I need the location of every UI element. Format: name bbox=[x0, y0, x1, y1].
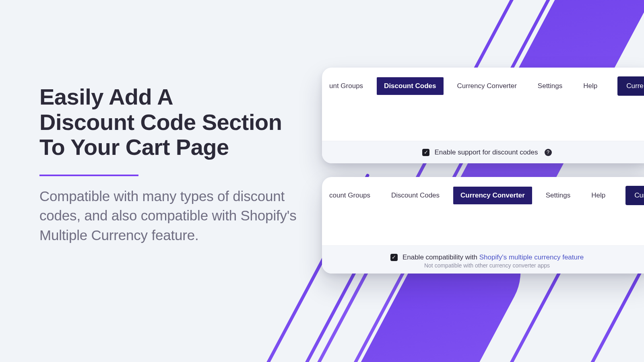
screenshot-card-currency-converter: count Groups Discount Codes Currency Con… bbox=[322, 177, 644, 274]
checkbox-enable-codes[interactable]: ✓ bbox=[422, 149, 429, 156]
headline: Easily Add A Discount Code Section To Yo… bbox=[39, 84, 297, 160]
help-icon[interactable]: ? bbox=[545, 149, 552, 156]
tab-currency-converter[interactable]: Currency Converter bbox=[450, 77, 524, 95]
tab-discount-codes[interactable]: Discount Codes bbox=[384, 187, 447, 204]
tab-discount-groups[interactable]: unt Groups bbox=[329, 77, 370, 95]
shopify-currency-link[interactable]: Shopify's multiple currency feature bbox=[479, 253, 584, 261]
option-note: Not compatible with other currency conve… bbox=[424, 262, 550, 269]
headline-line: Discount Code Section bbox=[39, 109, 282, 135]
option-row-enable-multicurrency: ✓ Enable compatibility with Shopify's mu… bbox=[322, 245, 644, 274]
tab-settings[interactable]: Settings bbox=[530, 77, 570, 95]
option-row-enable-codes: ✓ Enable support for discount codes ? bbox=[322, 141, 644, 163]
tab-discount-codes[interactable]: Discount Codes bbox=[377, 77, 443, 95]
tab-settings[interactable]: Settings bbox=[539, 187, 578, 204]
option-label: Enable compatibility with Shopify's mult… bbox=[402, 253, 584, 261]
checkbox-enable-multicurrency[interactable]: ✓ bbox=[390, 254, 398, 261]
current-plan-button[interactable]: Current Plan bbox=[625, 186, 644, 205]
current-plan-button[interactable]: Curre bbox=[617, 76, 644, 96]
screenshot-card-discount-codes: unt Groups Discount Codes Currency Conve… bbox=[322, 68, 644, 163]
tabbar: unt Groups Discount Codes Currency Conve… bbox=[322, 68, 644, 101]
option-label: Enable support for discount codes bbox=[434, 148, 538, 156]
tab-discount-groups[interactable]: count Groups bbox=[329, 187, 378, 204]
headline-line: Easily Add A bbox=[39, 84, 173, 109]
tab-help[interactable]: Help bbox=[584, 187, 613, 204]
promo-stage: Easily Add A Discount Code Section To Yo… bbox=[0, 0, 644, 362]
tabbar: count Groups Discount Codes Currency Con… bbox=[322, 177, 644, 211]
tab-currency-converter[interactable]: Currency Converter bbox=[453, 187, 532, 204]
headline-rule bbox=[39, 175, 138, 176]
headline-line: To Your Cart Page bbox=[39, 134, 229, 160]
subhead: Compatible with many types of discount c… bbox=[39, 187, 297, 245]
tab-help[interactable]: Help bbox=[576, 77, 605, 95]
marketing-copy: Easily Add A Discount Code Section To Yo… bbox=[39, 84, 297, 245]
